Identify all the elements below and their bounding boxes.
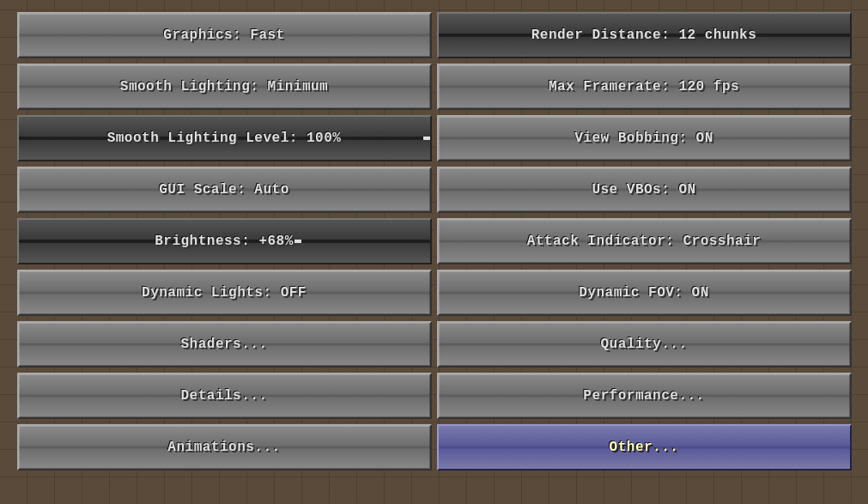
graphics-label: Graphics: Fast <box>163 27 284 43</box>
smooth-lighting-level-label: Smooth Lighting Level: 100% <box>107 131 342 146</box>
view-bobbing-button[interactable]: View Bobbing: ON <box>437 115 852 161</box>
brightness-label: Brightness: +68% <box>155 234 294 249</box>
smooth-lighting-level-button[interactable]: Smooth Lighting Level: 100% <box>17 115 432 161</box>
shaders-label: Shaders... <box>180 337 267 352</box>
dynamic-lights-button[interactable]: Dynamic Lights: OFF <box>17 270 432 316</box>
render-distance-button[interactable]: Render Distance: 12 chunks <box>437 12 852 58</box>
quality-label: Quality... <box>600 337 687 352</box>
animations-button[interactable]: Animations... <box>17 424 432 471</box>
details-button[interactable]: Details... <box>17 373 432 419</box>
smooth-lighting-label: Smooth Lighting: Minimum <box>120 79 328 94</box>
gui-scale-label: GUI Scale: Auto <box>159 182 289 197</box>
attack-indicator-label: Attack Indicator: Crosshair <box>527 234 762 249</box>
other-label: Other... <box>610 440 679 455</box>
brightness-slider-handle <box>294 240 301 243</box>
max-framerate-label: Max Framerate: 120 fps <box>549 79 739 94</box>
performance-label: Performance... <box>583 388 704 404</box>
shaders-button[interactable]: Shaders... <box>17 321 432 367</box>
settings-grid: Graphics: FastRender Distance: 12 chunks… <box>14 9 855 474</box>
dynamic-fov-label: Dynamic FOV: ON <box>579 285 709 301</box>
details-label: Details... <box>180 388 267 404</box>
smooth-lighting-button[interactable]: Smooth Lighting: Minimum <box>17 64 432 110</box>
render-distance-label: Render Distance: 12 chunks <box>531 27 757 43</box>
dynamic-fov-button[interactable]: Dynamic FOV: ON <box>437 270 852 316</box>
brightness-button[interactable]: Brightness: +68% <box>17 218 432 264</box>
max-framerate-button[interactable]: Max Framerate: 120 fps <box>437 64 852 110</box>
quality-button[interactable]: Quality... <box>437 321 852 367</box>
animations-label: Animations... <box>167 440 280 455</box>
graphics-button[interactable]: Graphics: Fast <box>17 12 432 58</box>
use-vbos-button[interactable]: Use VBOs: ON <box>437 167 852 213</box>
view-bobbing-label: View Bobbing: ON <box>574 131 713 146</box>
performance-button[interactable]: Performance... <box>437 373 852 419</box>
dynamic-lights-label: Dynamic Lights: OFF <box>142 285 307 301</box>
attack-indicator-button[interactable]: Attack Indicator: Crosshair <box>437 218 852 264</box>
use-vbos-label: Use VBOs: ON <box>592 182 695 197</box>
gui-scale-button[interactable]: GUI Scale: Auto <box>17 167 432 213</box>
smooth-lighting-level-slider-handle <box>423 137 430 140</box>
other-button[interactable]: Other... <box>437 424 852 471</box>
